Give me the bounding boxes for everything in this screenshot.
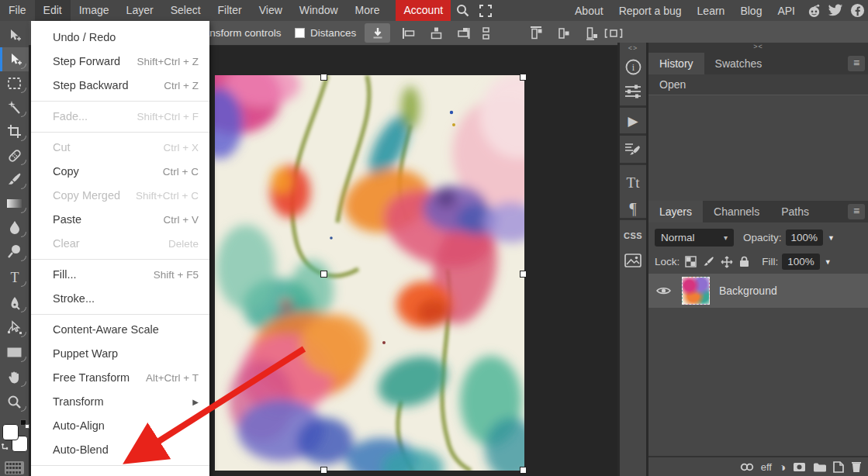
hand-tool[interactable] [0, 365, 29, 389]
fill-dropdown-icon[interactable]: ▼ [825, 258, 832, 266]
keyboard-shortcuts-icon[interactable] [5, 461, 24, 474]
link-api[interactable]: API [769, 5, 803, 17]
layer-visibility-eye-icon[interactable] [656, 286, 671, 295]
distribute-vertical-icon[interactable] [477, 24, 496, 43]
menu-select[interactable]: Select [162, 0, 209, 21]
swap-colors-icon[interactable] [2, 441, 10, 450]
crop-tool[interactable] [0, 119, 29, 143]
gradient-tool[interactable] [0, 191, 29, 216]
rectangle-select-tool[interactable] [0, 71, 29, 95]
facebook-icon[interactable] [846, 0, 868, 21]
link-about[interactable]: About [567, 5, 611, 17]
reddit-icon[interactable] [803, 0, 825, 21]
dodge-tool[interactable] [0, 240, 29, 264]
new-folder-icon[interactable] [813, 462, 826, 472]
align-top-icon[interactable] [527, 24, 545, 43]
document-canvas[interactable] [215, 75, 524, 471]
link-report-a-bug[interactable]: Report a bug [611, 5, 690, 17]
opacity-value[interactable]: 100% [786, 229, 824, 246]
brush-tool[interactable] [0, 167, 29, 191]
rectangle-tool[interactable] [0, 340, 29, 364]
menu-item-transform[interactable]: Transform▶ [31, 390, 209, 414]
transform-handle-top-center[interactable] [320, 74, 327, 81]
layer-effects-icon[interactable]: eff [761, 461, 772, 473]
fullscreen-icon[interactable] [474, 0, 497, 21]
delete-layer-icon[interactable] [851, 461, 862, 473]
transform-reference-point[interactable] [320, 271, 327, 278]
menu-item-auto-blend[interactable]: Auto-Blend [31, 438, 209, 462]
tab-paths[interactable]: Paths [770, 201, 820, 222]
align-center-horizontal-icon[interactable] [427, 24, 445, 43]
align-bottom-icon[interactable] [583, 24, 601, 43]
distances-checkbox-box[interactable] [295, 28, 305, 38]
menu-item-stroke[interactable]: Stroke... [31, 287, 209, 311]
menu-item-step-forward[interactable]: Step ForwardShift+Ctrl + Z [31, 50, 209, 74]
menu-item-undo-redo[interactable]: Undo / Redo [31, 26, 209, 50]
tab-layers[interactable]: Layers [648, 201, 703, 222]
transform-handle-top-right[interactable] [520, 74, 527, 81]
magic-wand-tool[interactable] [0, 95, 29, 119]
distribute-horizontal-icon[interactable] [604, 24, 623, 43]
layer-thumbnail[interactable] [682, 277, 710, 305]
menu-item-fill[interactable]: Fill...Shift + F5 [31, 263, 209, 287]
search-icon[interactable] [451, 0, 474, 21]
lock-all-icon[interactable] [738, 255, 751, 268]
pen-tool[interactable] [0, 291, 29, 315]
link-learn[interactable]: Learn [690, 5, 733, 17]
history-item-open[interactable]: Open [648, 74, 868, 95]
blend-mode-select[interactable]: Normal ▾ [655, 229, 734, 247]
menu-window[interactable]: Window [291, 0, 347, 21]
path-select-tool[interactable] [0, 316, 29, 340]
tab-swatches[interactable]: Swatches [704, 53, 773, 74]
menu-item-content-aware-scale[interactable]: Content-Aware Scale [31, 318, 209, 342]
lock-transparency-icon[interactable] [684, 255, 697, 268]
move-tool[interactable] [0, 47, 29, 71]
new-layer-icon[interactable] [833, 461, 844, 473]
foreground-color-swatch[interactable] [2, 424, 19, 440]
align-right-icon[interactable] [454, 24, 472, 43]
adjustment-layer-icon[interactable]: ◑ [779, 460, 786, 474]
download-button[interactable] [365, 23, 390, 43]
layers-panel-menu-icon[interactable]: ≡ [848, 204, 865, 219]
align-middle-vertical-icon[interactable] [555, 24, 573, 43]
actions-panel-icon[interactable]: ▶ [620, 109, 646, 133]
opacity-dropdown-icon[interactable]: ▼ [828, 234, 835, 242]
healing-brush-tool[interactable] [0, 143, 29, 167]
menu-item-free-transform[interactable]: Free TransformAlt+Ctrl + T [31, 366, 209, 390]
fill-value[interactable]: 100% [782, 254, 820, 270]
transform-handle-bottom-center[interactable] [320, 467, 327, 474]
color-swatches[interactable] [2, 421, 28, 457]
menu-item-puppet-warp[interactable]: Puppet Warp [31, 342, 209, 366]
collapse-strip-handle[interactable]: <> [620, 44, 646, 52]
css-panel-icon[interactable]: CSS [620, 224, 646, 247]
menu-edit[interactable]: Edit [35, 0, 71, 21]
distances-checkbox[interactable]: Distances [295, 21, 356, 45]
link-blog[interactable]: Blog [732, 5, 769, 17]
tab-channels[interactable]: Channels [703, 201, 770, 222]
move-tool-alt[interactable] [0, 23, 29, 47]
zoom-tool[interactable] [0, 390, 29, 414]
menu-item-define-new[interactable]: Define New▶ [31, 469, 209, 476]
character-panel-icon[interactable]: Tt [620, 171, 646, 195]
menu-filter[interactable]: Filter [209, 0, 251, 21]
history-panel-menu-icon[interactable]: ≡ [848, 56, 865, 71]
menu-layer[interactable]: Layer [118, 0, 162, 21]
menu-item-paste[interactable]: PasteCtrl + V [31, 208, 209, 232]
info-panel-icon[interactable]: i [620, 55, 646, 78]
menu-item-copy[interactable]: CopyCtrl + C [31, 160, 209, 184]
tool-presets-panel-icon[interactable] [620, 138, 646, 161]
lock-pixels-icon[interactable] [702, 255, 715, 268]
transform-handle-right-middle[interactable] [520, 271, 527, 278]
properties-panel-icon[interactable] [620, 80, 646, 103]
menu-item-step-backward[interactable]: Step BackwardCtrl + Z [31, 74, 209, 98]
lock-position-icon[interactable] [720, 255, 733, 268]
menu-view[interactable]: View [251, 0, 291, 21]
tab-history[interactable]: History [648, 53, 704, 74]
transform-handle-bottom-right[interactable] [520, 467, 527, 474]
account-button[interactable]: Account [396, 0, 451, 21]
menu-more[interactable]: More [347, 0, 389, 21]
layer-mask-icon[interactable] [793, 462, 806, 472]
layer-row-background[interactable]: Background [648, 274, 868, 308]
blur-tool[interactable] [0, 216, 29, 240]
collapse-panels-handle[interactable]: >< [648, 43, 868, 53]
